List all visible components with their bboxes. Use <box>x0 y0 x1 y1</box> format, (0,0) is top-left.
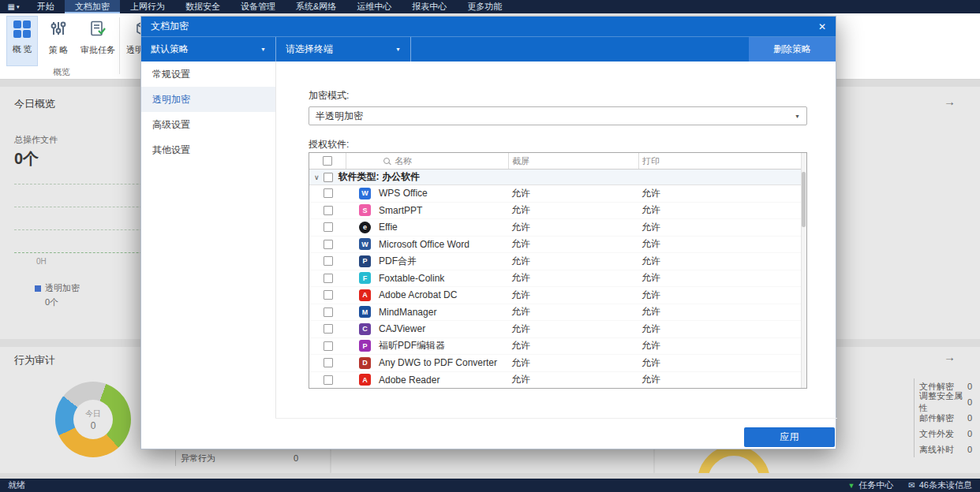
app-grid-icon: ▦ <box>8 2 15 11</box>
apply-button[interactable]: 应用 <box>744 427 835 447</box>
dialog-nav-item[interactable]: 透明加密 <box>141 87 275 112</box>
row-checkbox[interactable] <box>324 375 333 385</box>
software-table: 名称 截屏 打印 ∨ 软件类型: 办公软件 W WPS Office 允许 允许… <box>309 152 807 389</box>
row-checkbox[interactable] <box>324 308 333 317</box>
app-name: Foxtable-Colink <box>379 273 444 284</box>
ribbon-overview-button[interactable]: 概 览 <box>6 16 38 66</box>
table-row[interactable]: M MindManager 允许 允许 <box>309 304 806 322</box>
screenshot-permission: 允许 <box>511 204 530 215</box>
table-header: 名称 截屏 打印 <box>309 153 806 170</box>
table-row[interactable]: P 福昕PDF编辑器 允许 允许 <box>309 338 806 356</box>
print-permission: 允许 <box>641 188 660 199</box>
ribbon-button-label: 策 略 <box>48 44 68 56</box>
menu-item[interactable]: 系统&网络 <box>286 0 346 13</box>
menu-items: 开始文档加密上网行为数据安全设备管理系统&网络运维中心报表中心更多功能 <box>27 0 512 13</box>
group-checkbox[interactable] <box>324 173 333 182</box>
name-column-header: 名称 <box>395 155 412 167</box>
screenshot-permission: 允许 <box>511 306 530 317</box>
row-checkbox[interactable] <box>324 206 333 215</box>
table-row[interactable]: P PDF合并 允许 允许 <box>309 253 806 270</box>
table-row[interactable]: W WPS Office 允许 允许 <box>309 185 806 203</box>
chevron-expanded-icon[interactable]: ∨ <box>314 173 320 181</box>
print-permission: 允许 <box>641 272 660 283</box>
screenshot-permission: 允许 <box>511 374 530 385</box>
close-icon[interactable]: ✕ <box>818 21 826 32</box>
print-permission: 允许 <box>641 222 660 233</box>
nav-item-label: 高级设置 <box>152 119 190 130</box>
row-checkbox[interactable] <box>324 274 333 283</box>
table-scrollbar[interactable] <box>801 153 806 388</box>
task-center-link[interactable]: 任务中心 <box>858 479 893 491</box>
ribbon-policy-button[interactable]: 策 略 <box>41 16 76 66</box>
screenshot-permission: 允许 <box>511 188 530 199</box>
app-icon: W <box>359 238 371 250</box>
ribbon-group-divider <box>119 17 120 74</box>
table-row[interactable]: C CAJViewer 允许 允许 <box>309 321 806 338</box>
menu-item[interactable]: 开始 <box>27 0 65 13</box>
delete-policy-button[interactable]: 删除策略 <box>749 37 836 62</box>
chevron-down-icon: ▼ <box>395 47 401 52</box>
menu-item[interactable]: 上网行为 <box>120 0 175 13</box>
table-row[interactable]: W Microsoft Office Word 允许 允许 <box>309 237 806 254</box>
screenshot-permission: 允许 <box>511 222 530 233</box>
statusbar-right: ▼ 任务中心 ✉ 46条未读信息 <box>847 479 972 491</box>
menu-item[interactable]: 更多功能 <box>457 0 512 13</box>
document-encryption-dialog: 文档加密 ✕ 默认策略 ▼ 请选择终端 ▼ 删除策略 常规设置透明加密高级设置其… <box>140 16 836 449</box>
dialog-toolbar: 默认策略 ▼ 请选择终端 ▼ 删除策略 <box>141 36 836 62</box>
nav-item-label: 透明加密 <box>152 94 190 105</box>
table-row[interactable]: D Any DWG to PDF Converter 允许 允许 <box>309 355 806 372</box>
menu-item-label: 更多功能 <box>467 2 502 11</box>
app-name: MindManager <box>379 307 436 318</box>
menu-item[interactable]: 文档加密 <box>65 0 120 13</box>
menu-item[interactable]: 设备管理 <box>230 0 286 13</box>
ribbon-approval-tasks-button[interactable]: 审批任务 <box>79 16 117 66</box>
row-checkbox[interactable] <box>324 341 333 351</box>
status-text: 就绪 <box>8 479 25 491</box>
print-permission: 允许 <box>641 255 660 266</box>
table-row[interactable]: A Adobe Acrobat DC 允许 允许 <box>309 287 806 304</box>
select-all-checkbox[interactable] <box>323 156 332 166</box>
menu-item-label: 开始 <box>37 2 54 11</box>
terminal-select[interactable]: 请选择终端 ▼ <box>276 37 410 62</box>
row-checkbox[interactable] <box>324 188 333 198</box>
menu-item-label: 运维中心 <box>357 2 391 11</box>
software-group-row[interactable]: ∨ 软件类型: 办公软件 <box>309 170 806 185</box>
row-checkbox[interactable] <box>324 222 333 232</box>
print-permission: 允许 <box>641 306 660 317</box>
row-checkbox[interactable] <box>324 240 333 249</box>
chevron-down-icon: ▾ <box>17 4 20 10</box>
app-icon: C <box>359 323 371 335</box>
table-row[interactable]: A Adobe Reader 允许 允许 <box>309 372 806 390</box>
policy-select[interactable]: 默认策略 ▼ <box>141 37 275 62</box>
chevron-down-icon: ▼ <box>795 114 800 119</box>
sliders-icon <box>50 20 67 39</box>
row-checkbox[interactable] <box>324 256 333 266</box>
statusbar: 就绪 ▼ 任务中心 ✉ 46条未读信息 <box>0 479 980 492</box>
screenshot-permission: 允许 <box>511 323 530 334</box>
scrollbar-thumb[interactable] <box>802 172 806 227</box>
row-checkbox[interactable] <box>324 290 333 300</box>
terminal-select-value: 请选择终端 <box>286 43 333 56</box>
encryption-mode-select[interactable]: 半透明加密 ▼ <box>309 106 807 125</box>
application-window: ▦ ▾ 开始文档加密上网行为数据安全设备管理系统&网络运维中心报表中心更多功能 … <box>0 0 980 492</box>
dialog-nav: 常规设置透明加密高级设置其他设置 <box>141 62 275 162</box>
table-row[interactable]: e Effie 允许 允许 <box>309 219 806 237</box>
menu-item[interactable]: 数据安全 <box>175 0 230 13</box>
dialog-nav-item[interactable]: 常规设置 <box>141 62 275 87</box>
app-menu-button[interactable]: ▦ ▾ <box>0 0 27 13</box>
table-row[interactable]: F Foxtable-Colink 允许 允许 <box>309 270 806 288</box>
app-name: 福昕PDF编辑器 <box>379 339 445 352</box>
app-icon: P <box>359 255 371 267</box>
dialog-nav-item[interactable]: 其他设置 <box>141 137 275 162</box>
screenshot-permission: 允许 <box>511 340 530 351</box>
row-checkbox[interactable] <box>324 324 333 334</box>
print-permission: 允许 <box>641 204 660 215</box>
table-row[interactable]: S SmartPPT 允许 允许 <box>309 203 806 220</box>
app-name: CAJViewer <box>379 323 425 334</box>
row-checkbox[interactable] <box>324 358 333 367</box>
menu-item[interactable]: 运维中心 <box>346 0 402 13</box>
unread-messages-link[interactable]: 46条未读信息 <box>919 479 972 491</box>
menu-item[interactable]: 报表中心 <box>402 0 457 13</box>
dialog-nav-item[interactable]: 高级设置 <box>141 112 275 137</box>
authorized-software-label: 授权软件: <box>309 138 349 151</box>
